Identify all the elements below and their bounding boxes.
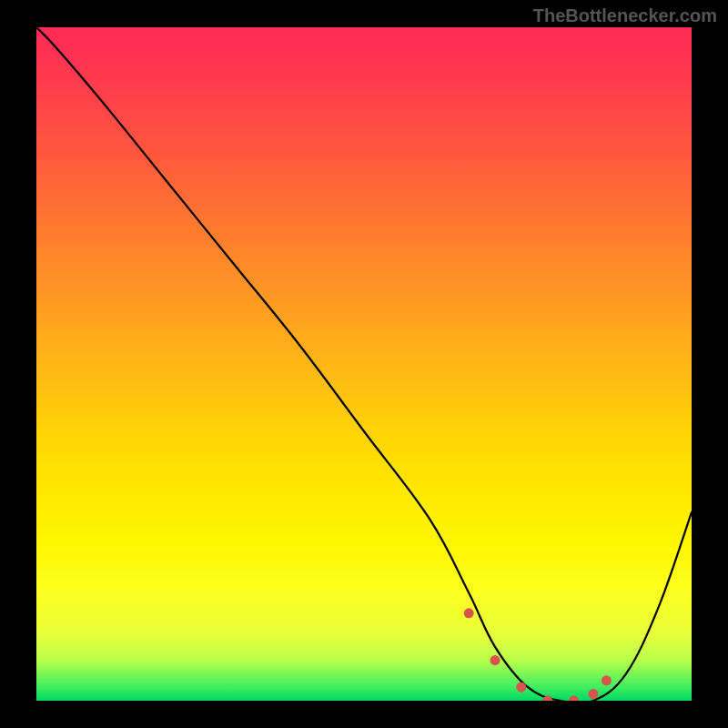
marker-dot [516,682,526,693]
plot-area [36,27,692,701]
bottleneck-curve [36,27,692,701]
marker-dot [569,696,579,702]
watermark-text: TheBottlenecker.com [533,5,717,26]
marker-dot [589,689,599,699]
marker-dot [464,608,474,618]
valley-markers [464,608,612,701]
marker-dot [602,675,612,685]
marker-dot [490,655,500,665]
curve-layer [36,27,692,701]
chart-container: TheBottlenecker.com [0,0,728,728]
